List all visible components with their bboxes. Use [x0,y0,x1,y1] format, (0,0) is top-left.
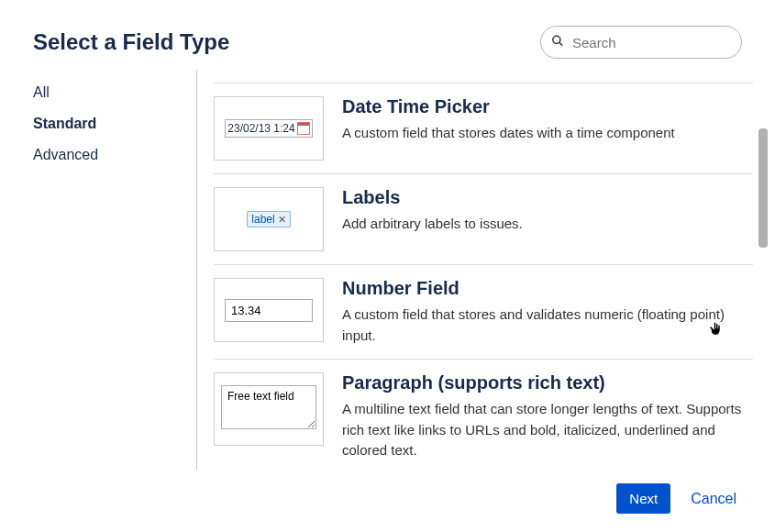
cancel-button[interactable]: Cancel [691,491,736,507]
field-row-number[interactable]: Number Field A custom field that stores … [214,265,753,360]
number-preview [225,299,313,322]
field-description: A custom field that stores and validates… [342,305,753,346]
field-row-datetime[interactable]: 23/02/13 1:24 Date Time Picker A custom … [214,83,753,174]
field-description: A custom field that stores dates with a … [342,123,753,144]
search-wrap [540,26,742,59]
field-list[interactable]: 23/02/13 1:24 Date Time Picker A custom … [197,70,775,471]
field-description: Add arbitrary labels to issues. [342,214,753,235]
field-row-paragraph[interactable]: Paragraph (supports rich text) A multili… [214,360,753,471]
field-description: A multiline text field that can store lo… [342,399,753,461]
search-input[interactable] [540,26,742,59]
scrollbar-thumb[interactable] [758,128,768,248]
field-row-labels[interactable]: label ✕ Labels Add arbitrary labels to i… [214,174,753,265]
field-title: Paragraph (supports rich text) [342,372,753,393]
field-title: Labels [342,187,753,208]
field-preview [214,372,324,446]
field-preview: label ✕ [214,187,324,251]
close-icon: ✕ [278,214,286,226]
field-title: Date Time Picker [342,96,753,117]
label-text: label [251,213,274,226]
field-preview: 23/02/13 1:24 [214,96,324,161]
dialog-footer: Next Cancel [0,471,775,532]
datetime-preview: 23/02/13 1:24 [225,119,312,138]
select-field-type-dialog: Select a Field Type All Standard Advance… [0,0,775,532]
next-button[interactable]: Next [616,483,670,514]
field-preview [214,278,324,342]
sidebar-item-advanced[interactable]: Advanced [18,139,196,171]
calendar-icon [297,122,310,135]
field-text: Paragraph (supports rich text) A multili… [342,372,753,461]
paragraph-preview [221,385,316,433]
field-text: Number Field A custom field that stores … [342,278,753,346]
number-input-preview [225,299,313,322]
sidebar-item-all[interactable]: All [18,77,196,108]
field-text: Date Time Picker A custom field that sto… [342,96,753,161]
field-title: Number Field [342,278,753,299]
dialog-header: Select a Field Type [0,0,775,70]
dialog-title: Select a Field Type [33,29,229,55]
dialog-body: All Standard Advanced 23/02/13 1:24 Date… [0,70,775,471]
sidebar-item-standard[interactable]: Standard [18,108,196,139]
sidebar: All Standard Advanced [18,70,197,471]
label-chip: label ✕ [247,211,290,227]
datetime-value: 23/02/13 1:24 [227,122,294,135]
paragraph-textarea-preview [221,385,316,429]
field-text: Labels Add arbitrary labels to issues. [342,187,753,251]
